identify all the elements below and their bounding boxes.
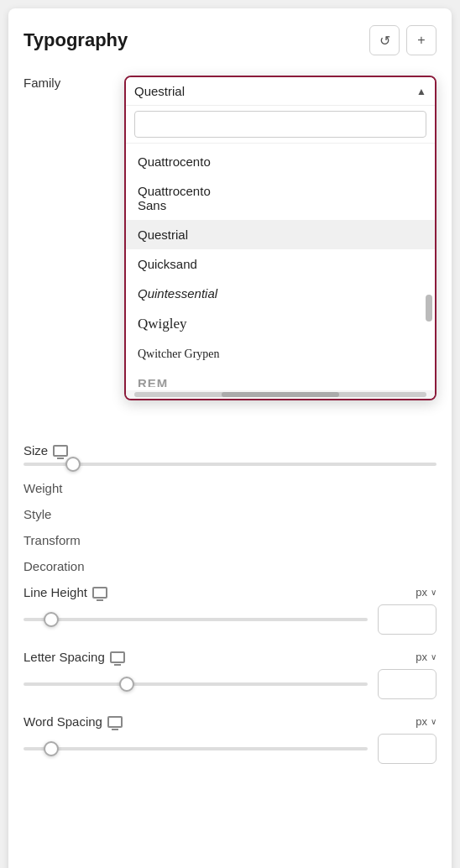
size-monitor-icon — [53, 445, 68, 457]
word-spacing-unit[interactable]: px ∨ — [416, 715, 436, 728]
scroll-track — [134, 392, 426, 397]
letter-spacing-monitor-icon — [110, 651, 125, 663]
dropdown-header[interactable]: Questrial ▲ — [126, 77, 435, 106]
decoration-label: Decoration — [24, 559, 124, 573]
size-slider-thumb[interactable] — [65, 457, 81, 472]
size-slider-track[interactable] — [24, 463, 436, 466]
word-spacing-section: Word Spacing px ∨ — [24, 714, 436, 764]
line-height-label: Line Height — [24, 585, 124, 599]
font-family-dropdown[interactable]: Questrial ▲ Quattrocento QuattrocentoSan… — [124, 76, 436, 400]
dropdown-bottom-scroll — [126, 390, 435, 399]
dropdown-search-container — [126, 106, 435, 144]
letter-spacing-value-input[interactable]: 0 — [378, 669, 436, 699]
letter-spacing-slider-track[interactable] — [24, 682, 368, 686]
scroll-thumb — [222, 392, 338, 397]
size-slider-row — [24, 463, 436, 466]
letter-spacing-section: Letter Spacing px ∨ 0 — [24, 650, 436, 699]
dropdown-scrollbar-thumb — [426, 295, 432, 322]
panel-header: Typography ↺ + — [24, 25, 436, 55]
weight-label: Weight — [24, 481, 124, 495]
line-height-unit[interactable]: px ∨ — [416, 586, 436, 599]
line-height-slider-track[interactable] — [24, 618, 368, 621]
panel-title: Typography — [24, 29, 128, 51]
word-spacing-slider-track[interactable] — [24, 747, 368, 750]
word-spacing-row-header: Word Spacing px ∨ — [24, 714, 436, 729]
word-spacing-value-input[interactable] — [378, 734, 436, 764]
style-label: Style — [24, 507, 124, 521]
style-row: Style — [24, 507, 436, 521]
list-item[interactable]: Quicksand — [126, 249, 435, 279]
reset-button[interactable]: ↺ — [369, 25, 400, 55]
family-row: Family Questrial ▲ Quattrocento Quattroc… — [24, 76, 436, 428]
word-spacing-slider-row — [24, 734, 436, 764]
line-height-row-header: Line Height px ∨ — [24, 585, 436, 599]
transform-row: Transform — [24, 533, 436, 547]
dropdown-list[interactable]: Quattrocento QuattrocentoSans Questrial … — [126, 144, 435, 390]
size-row-header: Size — [24, 443, 436, 458]
list-item[interactable]: Quattrocento — [126, 147, 435, 176]
decoration-row: Decoration — [24, 559, 436, 573]
line-height-value-input[interactable]: 1.5 — [378, 604, 436, 635]
dropdown-selected-value: Questrial — [134, 84, 185, 98]
list-item[interactable]: QuattrocentoSans — [126, 176, 435, 220]
line-height-slider-thumb[interactable] — [44, 612, 59, 627]
typography-panel: Typography ↺ + Family Questrial ▲ — [8, 8, 452, 868]
add-button[interactable]: + — [406, 25, 436, 55]
line-height-section: Line Height px ∨ 1.5 — [24, 585, 436, 635]
list-item[interactable]: REM — [126, 369, 435, 387]
letter-spacing-label: Letter Spacing — [24, 650, 125, 664]
list-item[interactable]: Quintessential — [126, 279, 435, 308]
word-spacing-label: Word Spacing — [24, 714, 124, 729]
line-height-monitor-icon — [92, 587, 107, 599]
transform-label: Transform — [24, 533, 124, 547]
word-spacing-monitor-icon — [107, 716, 123, 728]
list-item[interactable]: Qwitcher Grypen — [126, 340, 435, 369]
letter-spacing-slider-thumb[interactable] — [119, 677, 134, 692]
list-item-questrial[interactable]: Questrial — [126, 220, 435, 249]
size-section: Size — [24, 443, 436, 466]
word-spacing-slider-thumb[interactable] — [44, 741, 59, 756]
dropdown-search-input[interactable] — [134, 111, 426, 138]
list-item[interactable]: Qwigley — [126, 308, 435, 340]
header-actions: ↺ + — [369, 25, 436, 55]
weight-row: Weight — [24, 481, 436, 495]
size-label: Size — [24, 443, 124, 458]
dropdown-arrow-icon: ▲ — [416, 86, 426, 97]
family-label: Family — [24, 76, 124, 90]
letter-spacing-slider-row: 0 — [24, 669, 436, 699]
letter-spacing-unit[interactable]: px ∨ — [416, 651, 436, 663]
letter-spacing-row-header: Letter Spacing px ∨ — [24, 650, 436, 664]
family-select-wrapper: Questrial ▲ Quattrocento QuattrocentoSan… — [124, 76, 436, 428]
line-height-slider-row: 1.5 — [24, 604, 436, 635]
